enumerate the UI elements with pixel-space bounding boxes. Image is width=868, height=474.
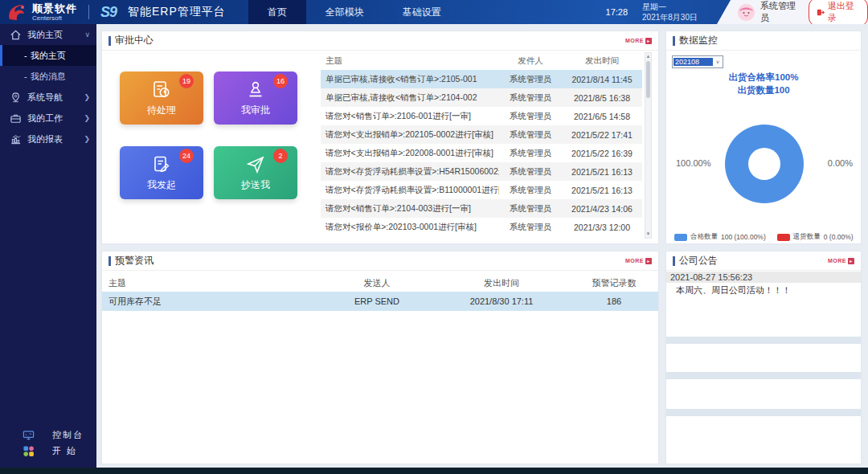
legend-value: 0 (0.00%) bbox=[824, 233, 854, 241]
tab-all-modules[interactable]: 全部模块 bbox=[306, 0, 383, 24]
tile-my-approvals[interactable]: 16 我审批 bbox=[214, 72, 297, 125]
more-label: MORE bbox=[625, 38, 644, 43]
donut-chart[interactable] bbox=[725, 125, 804, 203]
legend-name: 合格数量 bbox=[690, 232, 718, 242]
top-bar: 顺景软件 Centersoft S9 智能ERP管理平台 首页 全部模块 基础设… bbox=[0, 0, 868, 24]
approval-table-row[interactable]: 请您对<支出报销单>:202008-0001进行[审核] 系统管理员 2021/… bbox=[321, 144, 642, 162]
approval-table-row[interactable]: 单据已审核,请接收<销售订单>:2105-001 系统管理员 2021/8/14… bbox=[321, 70, 642, 88]
scroll-up-icon[interactable]: ▲ bbox=[645, 53, 651, 60]
chevron-right-icon: ❯ bbox=[84, 114, 90, 122]
paper-plane-icon bbox=[245, 154, 266, 175]
sidebar-item-my-reports[interactable]: 我的报表 ❯ bbox=[0, 129, 96, 149]
row-subject: 请您对<存货浮动耗损率设置>:H54R15006002进行[审核] bbox=[321, 166, 499, 178]
announcements-more-button[interactable]: MORE ▸ bbox=[828, 258, 854, 264]
home-icon bbox=[10, 29, 22, 41]
bottom-taskbar-strip bbox=[0, 468, 868, 474]
row-sender: 系统管理员 bbox=[499, 185, 562, 196]
announcement-date[interactable]: 2021-08-27 15:56:23 bbox=[666, 272, 861, 283]
tab-home[interactable]: 首页 bbox=[248, 0, 306, 24]
start-grid-icon bbox=[23, 445, 35, 457]
sidebar-item-label: 我的报表 bbox=[27, 133, 78, 145]
row-subject: 请您对<报价单>:202103-0001进行[审核] bbox=[321, 222, 499, 233]
approval-table-header: 主题 发件人 发出时间 bbox=[321, 52, 642, 70]
approval-table-row[interactable]: 请您对<支出报销单>:202105-0002进行[审核] 系统管理员 2021/… bbox=[321, 125, 642, 144]
current-date: 2021年8月30日 bbox=[642, 12, 698, 23]
chevron-down-icon: ∨ bbox=[84, 31, 90, 39]
alerts-more-button[interactable]: MORE ▸ bbox=[625, 258, 652, 264]
tile-initiated-by-me[interactable]: 24 我发起 bbox=[120, 146, 203, 199]
stamp-icon bbox=[245, 80, 266, 100]
product-logo: S9 bbox=[100, 4, 117, 21]
brand-subname: Centersoft bbox=[32, 15, 77, 22]
empty-row-divider bbox=[666, 409, 861, 416]
chevron-down-icon: ˅ bbox=[713, 59, 723, 65]
tile-cc-to-me[interactable]: 2 抄送我 bbox=[214, 146, 297, 199]
sidebar-item-system-nav[interactable]: 系统导航 ❯ bbox=[0, 87, 96, 108]
sidebar-item-label: 我的工作 bbox=[27, 112, 78, 125]
row-sender: 系统管理员 bbox=[499, 92, 562, 104]
bar-chart-icon bbox=[10, 133, 22, 145]
sidebar-group-my-home[interactable]: 我的主页 ∨ bbox=[0, 24, 96, 45]
approval-table-row[interactable]: 请您对<存货浮动耗损率设置>:H54R15006002进行[审核] 系统管理员 … bbox=[321, 162, 642, 181]
col-sender: 发件人 bbox=[499, 55, 562, 67]
approval-more-button[interactable]: MORE ▸ bbox=[625, 38, 652, 44]
sidebar: 我的主页 ∨ 我的主页 我的消息 系统导航 ❯ 我的工作 ❯ 我的报表 ❯ bbox=[0, 24, 96, 468]
more-arrow-icon: ▸ bbox=[645, 38, 652, 44]
logout-button[interactable]: 退出登录 bbox=[809, 0, 868, 27]
legend-swatch bbox=[777, 234, 790, 241]
row-time: 2021/5/22 16:39 bbox=[562, 149, 642, 158]
avatar[interactable] bbox=[738, 4, 755, 21]
sidebar-item-my-work[interactable]: 我的工作 ❯ bbox=[0, 108, 96, 129]
row-sender: 系统管理员 bbox=[499, 148, 562, 159]
sidebar-item-my-messages[interactable]: 我的消息 bbox=[0, 66, 96, 87]
brand-logo: 顺景软件 Centersoft S9 智能ERP管理平台 bbox=[0, 2, 226, 22]
row-time: 2021/5/22 17:41 bbox=[562, 130, 642, 140]
data-monitor-panel: 数据监控 202108 ˅ 出货合格率100% 出货数量100 100.00% … bbox=[665, 31, 862, 244]
weekday: 星期一 bbox=[642, 2, 698, 13]
row-subject: 请您对<销售订单>:2104-003进行[一审] bbox=[321, 203, 499, 215]
row-sender: 系统管理员 bbox=[499, 129, 562, 141]
legend-item[interactable]: 退货数量 0 (0.00%) bbox=[777, 232, 854, 242]
monitor-icon bbox=[23, 429, 35, 441]
col-sender: 发送人 bbox=[321, 277, 433, 289]
scroll-thumb[interactable] bbox=[646, 61, 650, 98]
legend-item[interactable]: 合格数量 100 (100.00%) bbox=[674, 232, 766, 242]
sidebar-item-my-home[interactable]: 我的主页 bbox=[0, 45, 96, 66]
main-nav: 首页 全部模块 基础设置 bbox=[248, 0, 461, 24]
row-time: 2021/6/5 14:58 bbox=[562, 112, 642, 121]
current-user-name: 系统管理员 bbox=[760, 0, 801, 24]
panel-title: 审批中心 bbox=[108, 34, 154, 47]
alerts-panel: 预警资讯 MORE ▸ 主题 发送人 发出时间 预警记录数 可用库存不足 ERP… bbox=[101, 251, 659, 464]
start-label: 开 始 bbox=[52, 445, 77, 457]
row-count: 186 bbox=[570, 296, 658, 306]
current-time: 17:28 bbox=[606, 7, 628, 17]
more-label: MORE bbox=[625, 258, 644, 264]
row-time: 2021/8/14 11:45 bbox=[562, 75, 642, 84]
approval-table-row[interactable]: 请您对<销售订单>:2106-001进行[一审] 系统管理员 2021/6/5 … bbox=[321, 107, 642, 125]
row-sender: 系统管理员 bbox=[499, 111, 562, 122]
approval-scrollbar[interactable]: ▲ ▼ bbox=[645, 52, 652, 239]
tile-pending[interactable]: 19 待处理 bbox=[120, 72, 203, 125]
company-logo-icon bbox=[6, 2, 27, 22]
tab-basic-settings[interactable]: 基础设置 bbox=[383, 0, 461, 24]
row-sender: 系统管理员 bbox=[499, 74, 562, 85]
period-select-value: 202108 bbox=[674, 58, 713, 66]
tile-label: 我发起 bbox=[147, 178, 176, 192]
period-select[interactable]: 202108 ˅ bbox=[672, 55, 723, 68]
approval-table-row[interactable]: 请您对<存货浮动耗损率设置>:B11000001进行[审核] 系统管理员 202… bbox=[321, 181, 642, 199]
approval-table-row[interactable]: 请您对<销售订单>:2104-003进行[一审] 系统管理员 2021/4/23… bbox=[321, 199, 642, 218]
col-subject: 主题 bbox=[102, 277, 321, 289]
scroll-down-icon[interactable]: ▼ bbox=[645, 231, 651, 238]
product-name: 智能ERP管理平台 bbox=[128, 5, 226, 19]
chart-right-label: 0.00% bbox=[828, 158, 853, 168]
approval-table-row[interactable]: 请您对<报价单>:202103-0001进行[审核] 系统管理员 2021/3/… bbox=[321, 218, 642, 236]
approval-table-row[interactable]: 单据已审核,请接收<销售订单>:2104-002 系统管理员 2021/8/5 … bbox=[321, 88, 642, 107]
console-button[interactable]: 控制台 bbox=[0, 427, 96, 442]
start-button[interactable]: 开 始 bbox=[0, 443, 96, 458]
clock-block: 17:28 星期一 2021年8月30日 bbox=[606, 2, 698, 23]
alert-table-row[interactable]: 可用库存不足 ERP SEND 2021/8/30 17:11 186 bbox=[102, 292, 658, 311]
announcements-panel: 公司公告 MORE ▸ 2021-08-27 15:56:23 本周六、周日公司… bbox=[665, 251, 862, 464]
sidebar-group-label: 我的主页 bbox=[27, 29, 79, 41]
row-time: 2021/8/5 16:38 bbox=[562, 93, 642, 103]
doc-edit-icon bbox=[151, 154, 172, 175]
